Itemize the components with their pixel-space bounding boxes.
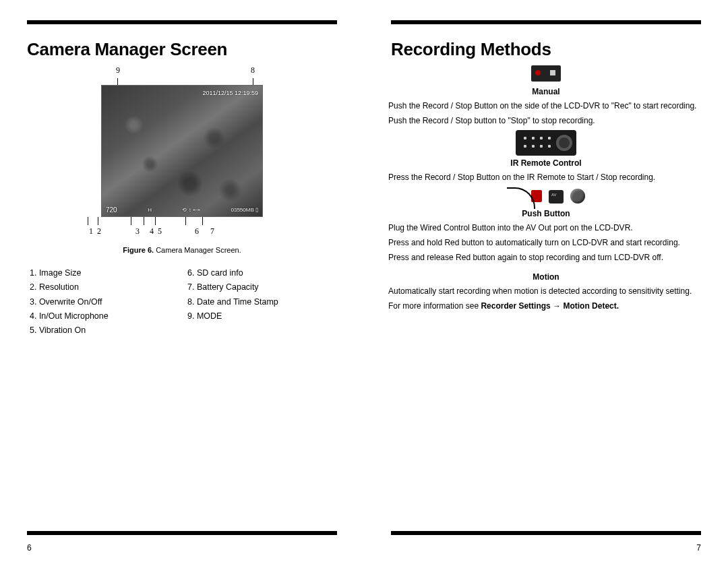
osd-indicators: ⟲ ↕ «·» [182, 207, 200, 213]
manual-p1: Push the Record / Stop Button on the sid… [383, 100, 709, 111]
camera-screenshot: 2011/12/15 12:19:59 720 H ⟲ ↕ «·» 03550M… [101, 85, 263, 217]
push-p2: Press and hold Red button to automatical… [383, 237, 709, 248]
legend-item: 2. Resolution [30, 280, 187, 294]
page-left: Camera Manager Screen 9 8 2011/12/15 12:… [0, 0, 364, 562]
section-label-push: Push Button [383, 209, 709, 218]
callout-2: 2 [97, 226, 129, 237]
section-label-motion: Motion [383, 272, 709, 282]
page-number: 7 [696, 543, 701, 553]
osd-resolution: 720 [106, 206, 117, 214]
caption-text: Camera Manager Screen. [154, 246, 241, 254]
motion-p2-bold: Recorder Settings → Motion Detect. [481, 301, 619, 311]
page-number: 6 [27, 543, 32, 553]
push-p1: Plug the Wired Control Button into the A… [383, 222, 709, 233]
page-title: Camera Manager Screen [27, 39, 345, 60]
callout-4: 4 [146, 226, 158, 237]
ir-p1: Press the Record / Stop Button on the IR… [383, 172, 709, 183]
osd-storage: 03550MB ▯ [231, 207, 258, 213]
red-button-icon [570, 189, 585, 204]
section-label-manual: Manual [383, 87, 709, 96]
legend-item: 6. SD card info [187, 266, 345, 280]
osd-datetime: 2011/12/15 12:19:59 [202, 90, 258, 96]
section-label-ir: IR Remote Control [383, 158, 709, 168]
callout-5: 5 [158, 226, 187, 237]
page-title: Recording Methods [391, 39, 709, 60]
legend-col2: 6. SD card info 7. Battery Capacity 8. D… [187, 266, 345, 338]
legend-item: 5. Vibration On [30, 323, 187, 338]
osd-quality: H [148, 207, 152, 213]
legend-col1: 1. Image Size 2. Resolution 3. Overwrite… [30, 266, 187, 338]
record-stop-icon [531, 65, 561, 82]
legend-item: 4. In/Out Microphone [30, 309, 187, 323]
divider-bottom [27, 531, 337, 535]
page-right: Recording Methods Manual Push the Record… [364, 0, 728, 562]
legend-item: 3. Overwrite On/Off [30, 295, 187, 309]
figure-caption: Figure 6. Camera Manager Screen. [19, 246, 345, 254]
callout-1: 1 [85, 226, 97, 237]
push-button-icon-wrap [383, 187, 709, 206]
motion-p2: For more information see Recorder Settin… [383, 301, 709, 311]
motion-p2-pre: For more information see [388, 301, 481, 311]
caption-label: Figure 6. [123, 246, 154, 254]
legend-list: 1. Image Size 2. Resolution 3. Overwrite… [19, 266, 345, 338]
push-button-icon [507, 187, 586, 206]
ir-remote-icon-wrap [383, 130, 709, 156]
legend-item: 9. MODE [187, 309, 345, 323]
legend-item: 8. Date and Time Stamp [187, 295, 345, 309]
legend-item: 1. Image Size [30, 266, 187, 280]
plug-icon [507, 187, 542, 204]
motion-p1: Automatically start recording when motio… [383, 286, 709, 296]
figure-camera-screen: 9 8 2011/12/15 12:19:59 720 H ⟲ ↕ «·» 03… [74, 65, 290, 237]
ir-remote-icon [516, 130, 576, 156]
callouts-top: 9 8 [74, 65, 290, 75]
callout-top-9: 9 [116, 65, 120, 75]
legend-item: 7. Battery Capacity [187, 280, 345, 294]
divider-bottom [391, 531, 701, 535]
manual-icon [383, 65, 709, 84]
divider-top [391, 20, 701, 24]
tickrow-bottom [74, 217, 290, 225]
callouts-bottom: 1 2 3 4 5 6 7 [74, 226, 290, 237]
divider-top [27, 20, 337, 24]
push-p3: Press and release Red button again to st… [383, 252, 709, 263]
manual-p2: Push the Record / Stop button to "Stop" … [383, 115, 709, 126]
avout-icon [549, 190, 564, 204]
callout-7: 7 [206, 226, 218, 237]
callout-top-8: 8 [251, 65, 255, 75]
callout-3: 3 [129, 226, 146, 237]
callout-6: 6 [187, 226, 206, 237]
